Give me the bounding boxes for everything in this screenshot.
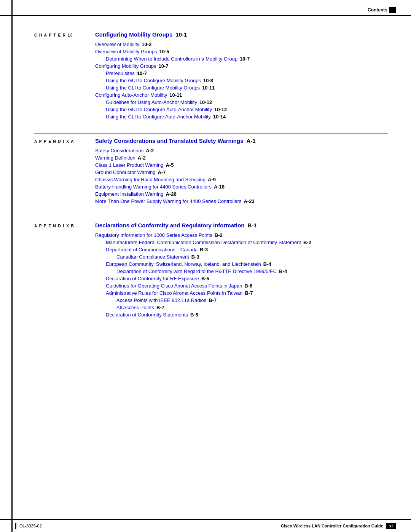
chapter-10-title-num: 10-1 bbox=[175, 31, 187, 38]
toc-link[interactable]: Regulatory Information for 1000 Series A… bbox=[95, 232, 212, 238]
toc-num: A-18 bbox=[214, 184, 225, 190]
toc-entry: Warning DefinitionA-2 bbox=[95, 155, 388, 161]
section-header-row: A P P E N D I X ASafety Considerations a… bbox=[34, 137, 388, 144]
toc-entry: Manufacturers Federal Communication Comm… bbox=[95, 240, 388, 245]
section-appendix-b: A P P E N D I X BDeclarations of Conform… bbox=[34, 218, 388, 318]
toc-entry: Configuring Auto-Anchor Mobility10-11 bbox=[95, 92, 388, 98]
page-footer: OL-8335-02 Cisco Wireless LAN Controller… bbox=[0, 519, 411, 532]
toc-entry: Declaration of Conformity for RF Exposur… bbox=[95, 276, 388, 281]
toc-link[interactable]: Using the CLI to Configure Mobility Grou… bbox=[106, 85, 200, 91]
toc-link[interactable]: Declaration of Conformity with Regard to… bbox=[116, 268, 277, 274]
section-header-row: A P P E N D I X BDeclarations of Conform… bbox=[34, 222, 388, 228]
toc-num: 10-12 bbox=[199, 99, 212, 105]
toc-link[interactable]: European Community, Switzerland, Norway,… bbox=[106, 261, 261, 267]
toc-entry: Determining When to Include Controllers … bbox=[95, 56, 388, 62]
toc-link[interactable]: Configuring Mobility Groups bbox=[95, 63, 156, 69]
toc-num: A-5 bbox=[166, 162, 174, 168]
appendix-b-title-num: B-1 bbox=[248, 222, 257, 228]
toc-link[interactable]: Battery Handling Warning for 4400 Series… bbox=[95, 184, 212, 190]
footer-left: OL-8335-02 bbox=[15, 523, 42, 529]
toc-num: B-4 bbox=[263, 261, 271, 267]
appendix-a-title-num: A-1 bbox=[247, 137, 256, 144]
appendix-b-title[interactable]: Declarations of Conformity and Regulator… bbox=[95, 222, 245, 228]
toc-link[interactable]: Equipment Installation Warning bbox=[95, 191, 163, 197]
toc-entry: Battery Handling Warning for 4400 Series… bbox=[95, 184, 388, 190]
footer-title: Cisco Wireless LAN Controller Configurat… bbox=[281, 524, 383, 528]
toc-num: B-3 bbox=[200, 247, 208, 252]
toc-entry: Chassis Warning for Rack-Mounting and Se… bbox=[95, 177, 388, 182]
section-header-row: C H A P T E R 10Configuring Mobility Gro… bbox=[34, 31, 388, 38]
toc-entry: Using the CLI to Configure Auto-Anchor M… bbox=[95, 114, 388, 120]
toc-entry: Safety ConsiderationsA-2 bbox=[95, 148, 388, 153]
appendix-a-title[interactable]: Safety Considerations and Translated Saf… bbox=[95, 137, 244, 144]
toc-link[interactable]: Access Points with IEEE 802.11a Radios bbox=[116, 297, 206, 303]
toc-link[interactable]: Prerequisites bbox=[106, 70, 135, 76]
toc-link[interactable]: Canadian Compliance Statement bbox=[116, 254, 189, 260]
toc-link[interactable]: Declaration of Conformity Statements bbox=[106, 312, 188, 318]
toc-link[interactable]: Using the CLI to Configure Auto-Anchor M… bbox=[106, 114, 211, 120]
section-chapter-10: C H A P T E R 10Configuring Mobility Gro… bbox=[34, 31, 388, 120]
toc-link[interactable]: All Access Points bbox=[116, 305, 154, 310]
toc-entry: Class 1 Laser Product WarningA-5 bbox=[95, 162, 388, 168]
page-header: Contents bbox=[0, 0, 411, 16]
toc-entry: Configuring Mobility Groups10-7 bbox=[95, 63, 388, 69]
header-black-bar bbox=[389, 7, 396, 13]
toc-num: A-23 bbox=[244, 198, 254, 204]
toc-link[interactable]: Determining When to Include Controllers … bbox=[106, 56, 237, 62]
toc-link[interactable]: Guidelines for Using Auto-Anchor Mobilit… bbox=[106, 99, 197, 105]
toc-num: B-7 bbox=[209, 297, 217, 303]
toc-entry: More Than One Power Supply Warning for 4… bbox=[95, 198, 388, 204]
chapter-10-title[interactable]: Configuring Mobility Groups bbox=[95, 31, 172, 38]
toc-entry: Access Points with IEEE 802.11a RadiosB-… bbox=[95, 297, 388, 303]
toc-num: B-3 bbox=[191, 254, 199, 260]
toc-link[interactable]: Overview of Mobility Groups bbox=[95, 49, 157, 54]
toc-num: 10-7 bbox=[158, 63, 168, 69]
toc-num: B-4 bbox=[279, 268, 287, 274]
toc-num: A-2 bbox=[138, 155, 146, 161]
toc-link[interactable]: Department of Communications—Canada bbox=[106, 247, 198, 252]
toc-entry: Using the GUI to Configure Mobility Grou… bbox=[95, 78, 388, 83]
page-container: Contents C H A P T E R 10Configuring Mob… bbox=[0, 0, 411, 532]
toc-num: A-9 bbox=[208, 177, 216, 182]
toc-num: B-8 bbox=[190, 312, 198, 318]
toc-num: 10-8 bbox=[203, 78, 213, 83]
toc-entry: Department of Communications—CanadaB-3 bbox=[95, 247, 388, 252]
toc-link[interactable]: Class 1 Laser Product Warning bbox=[95, 162, 163, 168]
toc-entry: Canadian Compliance StatementB-3 bbox=[95, 254, 388, 260]
toc-num: A-2 bbox=[146, 148, 154, 153]
toc-num: B-5 bbox=[201, 276, 209, 281]
toc-link[interactable]: Overview of Mobility bbox=[95, 42, 139, 47]
toc-link[interactable]: Ground Conductor Warning bbox=[95, 169, 156, 175]
header-contents-label: Contents bbox=[368, 7, 387, 13]
toc-link[interactable]: Using the GUI to Configure Auto-Anchor M… bbox=[106, 107, 212, 112]
section-appendix-a: A P P E N D I X ASafety Considerations a… bbox=[34, 133, 388, 204]
toc-link[interactable]: Using the GUI to Configure Mobility Grou… bbox=[106, 78, 201, 83]
toc-link[interactable]: Configuring Auto-Anchor Mobility bbox=[95, 92, 167, 98]
toc-entry: Guidelines for Operating Cisco Aironet A… bbox=[95, 283, 388, 289]
appendix-b-toc: Regulatory Information for 1000 Series A… bbox=[95, 232, 388, 318]
toc-link[interactable]: Warning Definition bbox=[95, 155, 135, 161]
toc-link[interactable]: Chassis Warning for Rack-Mounting and Se… bbox=[95, 177, 206, 182]
toc-entry: Prerequisites10-7 bbox=[95, 70, 388, 76]
chapter-10-label: C H A P T E R 10 bbox=[34, 32, 95, 37]
toc-num: 10-14 bbox=[213, 114, 226, 120]
toc-num: A-7 bbox=[158, 169, 166, 175]
toc-entry: Equipment Installation WarningA-20 bbox=[95, 191, 388, 197]
toc-num: 10-7 bbox=[240, 56, 250, 62]
toc-link[interactable]: Administrative Rules for Cisco Aironet A… bbox=[106, 290, 243, 296]
toc-link[interactable]: More Than One Power Supply Warning for 4… bbox=[95, 198, 241, 204]
toc-entry: Overview of Mobility10-2 bbox=[95, 42, 388, 47]
toc-num: A-20 bbox=[166, 191, 176, 197]
toc-link[interactable]: Declaration of Conformity for RF Exposur… bbox=[106, 276, 199, 281]
toc-link[interactable]: Manufacturers Federal Communication Comm… bbox=[106, 240, 301, 245]
footer-page: xi bbox=[386, 523, 396, 529]
toc-link[interactable]: Safety Considerations bbox=[95, 148, 143, 153]
toc-num: B-6 bbox=[244, 283, 252, 289]
toc-entry: All Access PointsB-7 bbox=[95, 305, 388, 310]
toc-num: 10-12 bbox=[214, 107, 227, 112]
section-divider bbox=[34, 218, 388, 218]
toc-link[interactable]: Guidelines for Operating Cisco Aironet A… bbox=[106, 283, 242, 289]
appendix-a-toc: Safety ConsiderationsA-2Warning Definiti… bbox=[95, 148, 388, 204]
toc-entry: Using the GUI to Configure Auto-Anchor M… bbox=[95, 107, 388, 112]
toc-entry: European Community, Switzerland, Norway,… bbox=[95, 261, 388, 267]
